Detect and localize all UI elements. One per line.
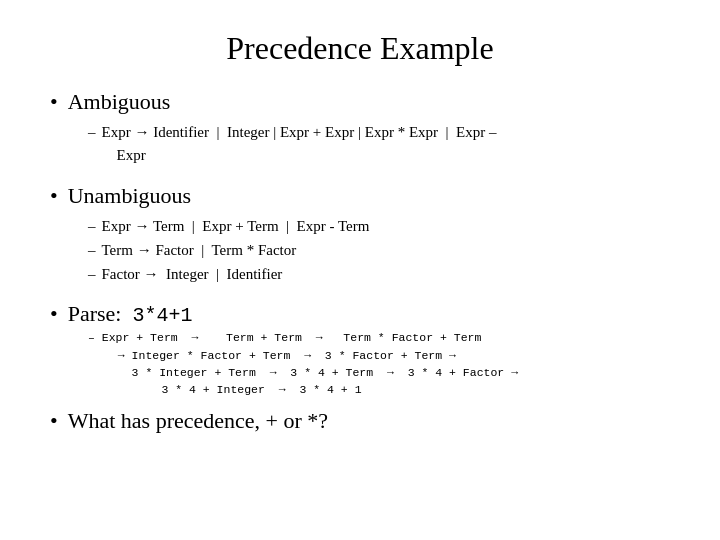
ambiguous-label: Ambiguous	[68, 89, 171, 115]
dash-2: –	[88, 215, 96, 238]
parse-line-2: → Integer * Factor + Term → 3 * Factor +…	[104, 347, 670, 364]
ambiguous-text-1: Expr → Identifier | Integer | Expr + Exp…	[102, 121, 497, 168]
unambiguous-list: – Expr → Term | Expr + Term | Expr - Ter…	[88, 215, 670, 287]
slide-title: Precedence Example	[50, 30, 670, 67]
unambiguous-label: Unambiguous	[68, 183, 191, 209]
dash-3: –	[88, 239, 96, 262]
question-text: What has precedence, + or *?	[68, 408, 328, 434]
bullet-dot-4: •	[50, 408, 58, 434]
unambiguous-item-3: – Factor → Integer | Identifier	[88, 263, 670, 286]
bullet-dot-3: •	[50, 301, 58, 327]
dash-4: –	[88, 263, 96, 286]
ambiguous-heading: • Ambiguous	[50, 89, 670, 115]
unambiguous-heading: • Unambiguous	[50, 183, 670, 209]
parse-label-text: Parse: 3*4+1	[68, 301, 193, 327]
dash-1: –	[88, 121, 96, 144]
parse-steps: – Expr + Term → Term + Term → Term * Fac…	[88, 329, 670, 398]
unambiguous-item-1: – Expr → Term | Expr + Term | Expr - Ter…	[88, 215, 670, 238]
question-heading: • What has precedence, + or *?	[50, 408, 670, 434]
unambiguous-text-2: Term → Factor | Term * Factor	[102, 239, 297, 262]
slide: Precedence Example • Ambiguous – Expr → …	[0, 0, 720, 540]
unambiguous-text-1: Expr → Term | Expr + Term | Expr - Term	[102, 215, 370, 238]
parse-line-3: 3 * Integer + Term → 3 * 4 + Term → 3 * …	[104, 364, 670, 381]
parse-line-1: – Expr + Term → Term + Term → Term * Fac…	[88, 329, 670, 346]
ambiguous-item-1: – Expr → Identifier | Integer | Expr + E…	[88, 121, 670, 168]
bullet-dot-1: •	[50, 89, 58, 115]
ambiguous-list: – Expr → Identifier | Integer | Expr + E…	[88, 121, 670, 168]
parse-heading: • Parse: 3*4+1	[50, 301, 670, 327]
parse-section: • Parse: 3*4+1 – Expr + Term → Term + Te…	[50, 301, 670, 398]
unambiguous-item-2: – Term → Factor | Term * Factor	[88, 239, 670, 262]
ambiguous-section: • Ambiguous – Expr → Identifier | Intege…	[50, 89, 670, 169]
parse-expression: 3*4+1	[132, 304, 192, 327]
bullet-dot-2: •	[50, 183, 58, 209]
parse-line-4: 3 * 4 + Integer → 3 * 4 + 1	[120, 381, 670, 398]
unambiguous-text-3: Factor → Integer | Identifier	[102, 263, 283, 286]
unambiguous-section: • Unambiguous – Expr → Term | Expr + Ter…	[50, 183, 670, 288]
question-section: • What has precedence, + or *?	[50, 408, 670, 440]
